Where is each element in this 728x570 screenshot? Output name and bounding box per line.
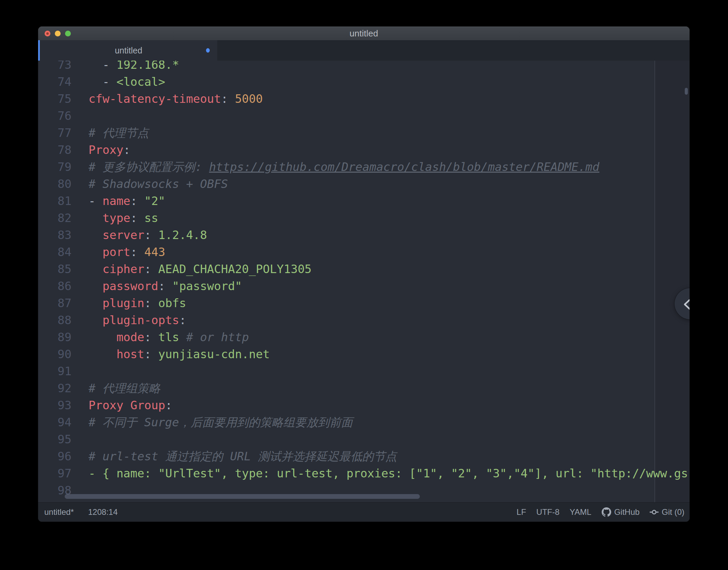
code-line[interactable]: 78Proxy: (38, 141, 690, 158)
line-number[interactable]: 75 (38, 90, 89, 107)
modified-indicator-dot[interactable] (206, 48, 210, 53)
line-number[interactable]: 92 (38, 380, 89, 397)
code-line[interactable]: 85 cipher: AEAD_CHACHA20_POLY1305 (38, 260, 690, 278)
text-editor[interactable]: 73 - 192.168.*74 - <local>75cfw-latency-… (38, 61, 690, 502)
line-number[interactable]: 80 (38, 175, 89, 192)
code-line[interactable]: 89 mode: tls # or http (38, 329, 690, 346)
line-number[interactable]: 95 (38, 431, 89, 448)
code-line[interactable]: 83 server: 1.2.4.8 (38, 226, 690, 243)
code-line[interactable]: 80# Shadowsocks + OBFS (38, 175, 690, 192)
code-text: # url-test 通过指定的 URL 测试并选择延迟最低的节点 (89, 448, 397, 465)
window-title: untitled (38, 27, 690, 40)
code-text: plugin-opts: (89, 312, 186, 329)
code-line[interactable]: 95 (38, 431, 690, 448)
line-number[interactable]: 84 (38, 243, 89, 260)
line-number[interactable]: 90 (38, 346, 89, 363)
title-bar[interactable]: untitled (38, 27, 690, 40)
code-text: - 192.168.* (89, 61, 179, 73)
line-number[interactable]: 79 (38, 158, 89, 175)
line-number[interactable]: 94 (38, 414, 89, 431)
line-number[interactable]: 87 (38, 295, 89, 312)
code-text: Proxy Group: (89, 397, 172, 414)
code-line[interactable]: 92# 代理组策略 (38, 380, 690, 397)
code-line[interactable]: 79# 更多协议配置示例: https://github.com/Dreamac… (38, 158, 690, 175)
line-number[interactable]: 77 (38, 124, 89, 141)
status-git-label: Git (0) (662, 507, 684, 517)
code-line[interactable]: 90 host: yunjiasu-cdn.net (38, 346, 690, 363)
code-text: server: 1.2.4.8 (89, 226, 207, 243)
code-line[interactable]: 84 port: 443 (38, 243, 690, 260)
code-line[interactable]: 73 - 192.168.* (38, 61, 690, 73)
code-line[interactable]: 94# 不同于 Surge，后面要用到的策略组要放到前面 (38, 414, 690, 431)
code-line[interactable]: 81- name: "2" (38, 192, 690, 209)
line-number[interactable]: 91 (38, 363, 89, 380)
status-left: untitled* 1208:14 (38, 507, 118, 517)
code-lines: 73 - 192.168.*74 - <local>75cfw-latency-… (38, 61, 690, 499)
code-text: host: yunjiasu-cdn.net (89, 346, 270, 363)
vertical-scrollbar-thumb[interactable] (685, 88, 688, 95)
code-line[interactable]: 77# 代理节点 (38, 124, 690, 141)
code-line[interactable]: 74 - <local> (38, 73, 690, 90)
tab-label: untitled (115, 46, 142, 56)
code-line[interactable]: 91 (38, 363, 690, 380)
status-grammar[interactable]: YAML (570, 507, 591, 517)
code-line[interactable]: 93Proxy Group: (38, 397, 690, 414)
code-text: - <local> (89, 73, 165, 90)
code-line[interactable]: 75cfw-latency-timeout: 5000 (38, 90, 690, 107)
line-number[interactable]: 85 (38, 260, 89, 278)
status-git[interactable]: Git (0) (650, 507, 684, 517)
line-number[interactable]: 81 (38, 192, 89, 209)
line-number[interactable]: 83 (38, 226, 89, 243)
code-text: - name: "2" (89, 192, 165, 209)
code-text: - { name: "UrlTest", type: url-test, pro… (89, 465, 688, 482)
code-line[interactable]: 87 plugin: obfs (38, 295, 690, 312)
line-number[interactable]: 97 (38, 465, 89, 482)
line-number[interactable]: 88 (38, 312, 89, 329)
github-octocat-icon (602, 507, 611, 517)
code-line[interactable]: 82 type: ss (38, 209, 690, 226)
code-text: mode: tls # or http (89, 329, 249, 346)
code-text: type: ss (89, 209, 158, 226)
code-text: # 不同于 Surge，后面要用到的策略组要放到前面 (89, 414, 353, 431)
line-number[interactable]: 76 (38, 107, 89, 124)
code-text: cipher: AEAD_CHACHA20_POLY1305 (89, 260, 312, 278)
line-number[interactable]: 78 (38, 141, 89, 158)
status-github-label: GitHub (614, 507, 640, 517)
screen: { "window": { "title": "untitled" }, "ta… (0, 0, 728, 570)
line-number[interactable]: 96 (38, 448, 89, 465)
code-text: cfw-latency-timeout: 5000 (89, 90, 263, 107)
status-line-ending[interactable]: LF (517, 507, 526, 517)
code-text: # 代理节点 (89, 124, 149, 141)
line-number[interactable]: 73 (38, 61, 89, 73)
status-file-name: untitled* (44, 507, 74, 517)
code-text: Proxy: (89, 141, 130, 158)
code-text: password: "password" (89, 278, 242, 295)
line-number[interactable]: 82 (38, 209, 89, 226)
editor-window: untitled untitled 73 - 192.168.*74 - <lo… (38, 27, 690, 522)
status-bar: untitled* 1208:14 LF UTF-8 YAML GitHub G… (38, 502, 690, 522)
git-commit-icon (650, 508, 659, 517)
code-text: # 更多协议配置示例: https://github.com/Dreamacro… (89, 158, 599, 175)
status-right: LF UTF-8 YAML GitHub Git (0) (517, 507, 690, 517)
code-line[interactable]: 86 password: "password" (38, 278, 690, 295)
status-encoding[interactable]: UTF-8 (536, 507, 559, 517)
line-number[interactable]: 74 (38, 73, 89, 90)
horizontal-scrollbar-thumb[interactable] (65, 494, 420, 499)
code-line[interactable]: 88 plugin-opts: (38, 312, 690, 329)
status-cursor-position[interactable]: 1208:14 (88, 507, 118, 517)
code-line[interactable]: 96# url-test 通过指定的 URL 测试并选择延迟最低的节点 (38, 448, 690, 465)
status-github[interactable]: GitHub (602, 507, 640, 517)
code-text: # Shadowsocks + OBFS (89, 175, 228, 192)
tab-bar: untitled (38, 40, 690, 61)
chevron-left-icon (682, 298, 690, 311)
line-number[interactable]: 89 (38, 329, 89, 346)
code-text: plugin: obfs (89, 295, 186, 312)
code-text: # 代理组策略 (89, 380, 160, 397)
code-text: port: 443 (89, 243, 165, 260)
line-number[interactable]: 93 (38, 397, 89, 414)
line-number[interactable]: 86 (38, 278, 89, 295)
code-line[interactable]: 97- { name: "UrlTest", type: url-test, p… (38, 465, 690, 482)
tab-untitled[interactable]: untitled (40, 40, 217, 61)
code-line[interactable]: 76 (38, 107, 690, 124)
